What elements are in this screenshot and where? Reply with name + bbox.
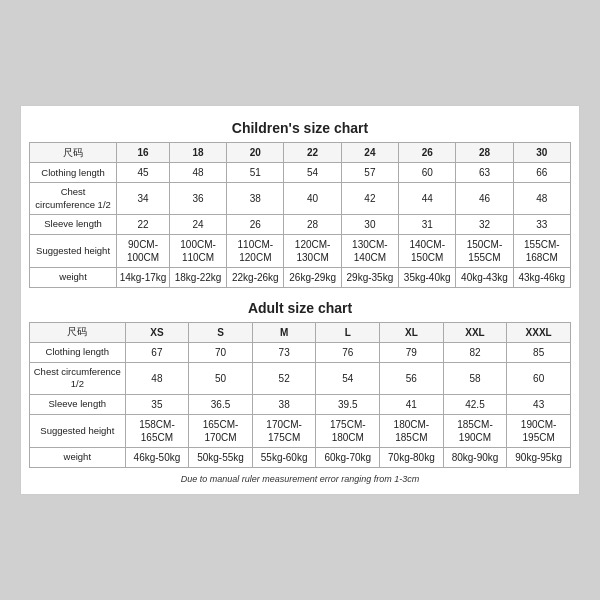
table-row: weight14kg-17kg18kg-22kg22kg-26kg26kg-29… <box>30 268 571 288</box>
cell-value: 185CM-190CM <box>443 414 507 447</box>
cell-value: 45 <box>117 163 170 183</box>
table-row: Clothing length67707376798285 <box>30 343 571 363</box>
cell-value: 110CM-120CM <box>227 235 284 268</box>
table-row: Suggested height90CM-100CM100CM-110CM110… <box>30 235 571 268</box>
cell-value: 26kg-29kg <box>284 268 341 288</box>
cell-value: 44 <box>399 183 456 215</box>
cell-value: 34 <box>117 183 170 215</box>
cell-value: 26 <box>227 215 284 235</box>
cell-value: 36 <box>169 183 226 215</box>
cell-value: 24 <box>169 215 226 235</box>
cell-value: 175CM-180CM <box>316 414 380 447</box>
cell-value: 60 <box>399 163 456 183</box>
cell-value: 31 <box>399 215 456 235</box>
column-header: XL <box>380 323 444 343</box>
cell-value: 55kg-60kg <box>252 447 316 467</box>
cell-value: 60 <box>507 363 571 395</box>
table-row: Sleeve length3536.53839.54142.543 <box>30 394 571 414</box>
cell-value: 130CM-140CM <box>341 235 398 268</box>
cell-value: 190CM-195CM <box>507 414 571 447</box>
cell-value: 39.5 <box>316 394 380 414</box>
column-header: 30 <box>513 143 570 163</box>
cell-value: 48 <box>169 163 226 183</box>
cell-value: 22kg-26kg <box>227 268 284 288</box>
cell-value: 180CM-185CM <box>380 414 444 447</box>
cell-value: 41 <box>380 394 444 414</box>
cell-value: 90CM-100CM <box>117 235 170 268</box>
column-header: S <box>189 323 253 343</box>
column-header: 18 <box>169 143 226 163</box>
adult-chart-title: Adult size chart <box>29 296 571 322</box>
adult-size-table: 尺码XSSMLXLXXLXXXL Clothing length67707376… <box>29 322 571 468</box>
cell-value: 38 <box>252 394 316 414</box>
cell-value: 32 <box>456 215 513 235</box>
table-row: weight46kg-50kg50kg-55kg55kg-60kg60kg-70… <box>30 447 571 467</box>
cell-value: 40kg-43kg <box>456 268 513 288</box>
row-label: Chest circumference 1/2 <box>30 183 117 215</box>
cell-value: 50 <box>189 363 253 395</box>
column-header: M <box>252 323 316 343</box>
cell-value: 73 <box>252 343 316 363</box>
cell-value: 52 <box>252 363 316 395</box>
cell-value: 54 <box>316 363 380 395</box>
cell-value: 50kg-55kg <box>189 447 253 467</box>
cell-value: 76 <box>316 343 380 363</box>
cell-value: 42 <box>341 183 398 215</box>
column-header: 22 <box>284 143 341 163</box>
row-label: Sleeve length <box>30 215 117 235</box>
cell-value: 82 <box>443 343 507 363</box>
cell-value: 90kg-95kg <box>507 447 571 467</box>
table-row: Suggested height158CM-165CM165CM-170CM17… <box>30 414 571 447</box>
cell-value: 43 <box>507 394 571 414</box>
column-header: XS <box>125 323 189 343</box>
row-label: Clothing length <box>30 343 126 363</box>
cell-value: 60kg-70kg <box>316 447 380 467</box>
cell-value: 40 <box>284 183 341 215</box>
cell-value: 51 <box>227 163 284 183</box>
table-row: Chest circumference 1/23436384042444648 <box>30 183 571 215</box>
cell-value: 150CM-155CM <box>456 235 513 268</box>
cell-value: 85 <box>507 343 571 363</box>
row-label: Sleeve length <box>30 394 126 414</box>
column-header: 16 <box>117 143 170 163</box>
cell-value: 66 <box>513 163 570 183</box>
cell-value: 48 <box>513 183 570 215</box>
cell-value: 100CM-110CM <box>169 235 226 268</box>
cell-value: 140CM-150CM <box>399 235 456 268</box>
cell-value: 46kg-50kg <box>125 447 189 467</box>
cell-value: 57 <box>341 163 398 183</box>
cell-value: 63 <box>456 163 513 183</box>
cell-value: 70 <box>189 343 253 363</box>
table-row: Sleeve length2224262830313233 <box>30 215 571 235</box>
column-header: 20 <box>227 143 284 163</box>
row-label: Suggested height <box>30 235 117 268</box>
cell-value: 165CM-170CM <box>189 414 253 447</box>
cell-value: 79 <box>380 343 444 363</box>
table-row: Clothing length4548515457606366 <box>30 163 571 183</box>
column-header: 尺码 <box>30 323 126 343</box>
cell-value: 36.5 <box>189 394 253 414</box>
children-size-table: 尺码1618202224262830 Clothing length454851… <box>29 142 571 288</box>
cell-value: 120CM-130CM <box>284 235 341 268</box>
children-chart-title: Children's size chart <box>29 116 571 142</box>
cell-value: 35kg-40kg <box>399 268 456 288</box>
cell-value: 48 <box>125 363 189 395</box>
cell-value: 70kg-80kg <box>380 447 444 467</box>
cell-value: 22 <box>117 215 170 235</box>
column-header: 28 <box>456 143 513 163</box>
cell-value: 33 <box>513 215 570 235</box>
cell-value: 30 <box>341 215 398 235</box>
cell-value: 14kg-17kg <box>117 268 170 288</box>
row-label: Clothing length <box>30 163 117 183</box>
cell-value: 28 <box>284 215 341 235</box>
column-header: 24 <box>341 143 398 163</box>
row-label: weight <box>30 268 117 288</box>
cell-value: 46 <box>456 183 513 215</box>
cell-value: 67 <box>125 343 189 363</box>
row-label: Chest circumference 1/2 <box>30 363 126 395</box>
cell-value: 80kg-90kg <box>443 447 507 467</box>
row-label: Suggested height <box>30 414 126 447</box>
column-header: 尺码 <box>30 143 117 163</box>
column-header: XXL <box>443 323 507 343</box>
cell-value: 54 <box>284 163 341 183</box>
